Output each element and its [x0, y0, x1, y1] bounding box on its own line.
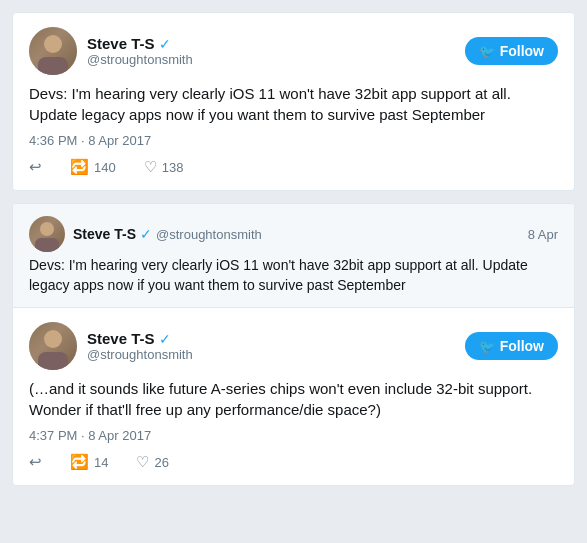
quoted-user-name: Steve T-S — [73, 226, 136, 242]
tweet-actions-1: ↩ 🔁 140 ♡ 138 — [29, 158, 558, 176]
tweet-text-1: Devs: I'm hearing very clearly iOS 11 wo… — [29, 83, 558, 125]
like-action-1[interactable]: ♡ 138 — [144, 158, 184, 176]
tweet-header-1: Steve T-S ✓ @stroughtonsmith 🐦 Follow — [29, 27, 558, 75]
heart-icon-2: ♡ — [136, 453, 149, 471]
follow-button-1[interactable]: 🐦 Follow — [465, 37, 558, 65]
reply-icon-2: ↩ — [29, 453, 42, 471]
follow-label-2: Follow — [500, 338, 544, 354]
reply-tweet-header: Steve T-S ✓ @stroughtonsmith 🐦 Follow — [29, 322, 558, 370]
reply-icon-1: ↩ — [29, 158, 42, 176]
reply-tweet-actions: ↩ 🔁 14 ♡ 26 — [29, 453, 558, 471]
tweet-time-1: 4:36 PM · 8 Apr 2017 — [29, 133, 558, 148]
retweet-icon-2: 🔁 — [70, 453, 89, 471]
retweet-count-2: 14 — [94, 455, 108, 470]
tweet-card-1: Steve T-S ✓ @stroughtonsmith 🐦 Follow De… — [12, 12, 575, 191]
quoted-verified-icon: ✓ — [140, 226, 152, 242]
reply-action-1[interactable]: ↩ — [29, 158, 42, 176]
like-count-2: 26 — [154, 455, 168, 470]
reply-user-handle: @stroughtonsmith — [87, 347, 193, 362]
twitter-bird-icon-2: 🐦 — [479, 339, 495, 354]
thread-card: Steve T-S ✓ @stroughtonsmith 8 Apr Devs:… — [12, 203, 575, 486]
reply-user-name: Steve T-S — [87, 330, 155, 347]
retweet-action-2[interactable]: 🔁 14 — [70, 453, 108, 471]
quoted-avatar — [29, 216, 65, 252]
tweet-user-1: Steve T-S ✓ @stroughtonsmith — [29, 27, 193, 75]
reply-user-info: Steve T-S ✓ @stroughtonsmith — [87, 330, 193, 362]
reply-tweet: Steve T-S ✓ @stroughtonsmith 🐦 Follow (…… — [13, 308, 574, 485]
like-count-1: 138 — [162, 160, 184, 175]
user-info-1: Steve T-S ✓ @stroughtonsmith — [87, 35, 193, 67]
reply-action-2[interactable]: ↩ — [29, 453, 42, 471]
twitter-bird-icon-1: 🐦 — [479, 44, 495, 59]
reply-tweet-text: (…and it sounds like future A-series chi… — [29, 378, 558, 420]
quoted-date: 8 Apr — [528, 227, 558, 242]
retweet-count-1: 140 — [94, 160, 116, 175]
quoted-text: Devs: I'm hearing very clearly iOS 11 wo… — [29, 256, 558, 295]
verified-icon-1: ✓ — [159, 36, 171, 52]
retweet-action-1[interactable]: 🔁 140 — [70, 158, 116, 176]
heart-icon-1: ♡ — [144, 158, 157, 176]
quoted-tweet: Steve T-S ✓ @stroughtonsmith 8 Apr Devs:… — [13, 204, 574, 308]
avatar-1 — [29, 27, 77, 75]
reply-verified-icon: ✓ — [159, 331, 171, 347]
quoted-header: Steve T-S ✓ @stroughtonsmith 8 Apr — [29, 216, 558, 252]
follow-button-2[interactable]: 🐦 Follow — [465, 332, 558, 360]
follow-label-1: Follow — [500, 43, 544, 59]
quoted-user-handle: @stroughtonsmith — [156, 227, 262, 242]
user-name-1: Steve T-S — [87, 35, 155, 52]
reply-tweet-user: Steve T-S ✓ @stroughtonsmith — [29, 322, 193, 370]
reply-tweet-time: 4:37 PM · 8 Apr 2017 — [29, 428, 558, 443]
like-action-2[interactable]: ♡ 26 — [136, 453, 168, 471]
quoted-user-info: Steve T-S ✓ @stroughtonsmith — [73, 226, 262, 242]
retweet-icon-1: 🔁 — [70, 158, 89, 176]
user-handle-1: @stroughtonsmith — [87, 52, 193, 67]
reply-avatar — [29, 322, 77, 370]
